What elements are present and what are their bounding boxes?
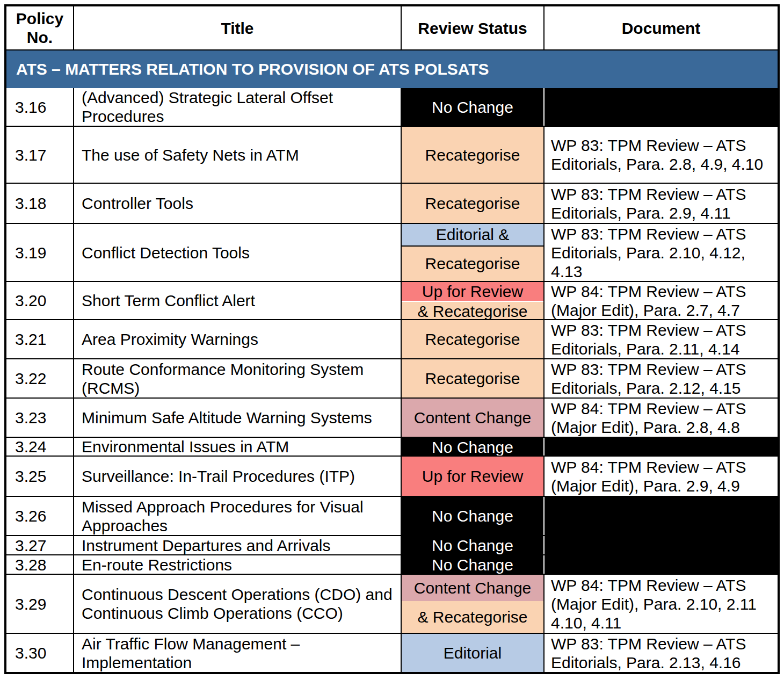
- status-label: Editorial: [402, 634, 543, 672]
- title-cell: Route Conformance Monitoring System (RCM…: [73, 359, 401, 397]
- status-label: Up for Review: [402, 282, 543, 302]
- policy-no-cell: 3.16: [6, 88, 73, 126]
- title-cell: Missed Approach Procedures for Visual Ap…: [73, 497, 401, 535]
- document-cell: [543, 555, 778, 574]
- document-cell: [543, 536, 778, 554]
- status-label: Recategorise: [402, 320, 543, 358]
- document-cell: WP 83: TPM Review – ATS Editorials, Para…: [543, 184, 778, 223]
- policy-no-cell: 3.22: [6, 359, 73, 397]
- title-cell: Minimum Safe Altitude Warning Systems: [73, 399, 401, 437]
- review-status-cell: Recategorise: [401, 359, 543, 397]
- title-cell: Continuous Descent Operations (CDO) and …: [73, 575, 401, 633]
- header-title: Title: [73, 6, 401, 49]
- review-status-cell: Editorial &Recategorise: [401, 224, 543, 281]
- status-label: & Recategorise: [402, 302, 543, 319]
- review-status-cell: No Change: [401, 497, 543, 535]
- review-status-cell: Content Change: [401, 399, 543, 437]
- document-cell: WP 84: TPM Review – ATS (Major Edit), Pa…: [543, 399, 778, 437]
- review-status-cell: Recategorise: [401, 320, 543, 358]
- status-label: Recategorise: [402, 127, 543, 183]
- review-status-cell: Recategorise: [401, 184, 543, 223]
- policy-no-cell: 3.29: [6, 575, 73, 633]
- document-cell: WP 83: TPM Review – ATS Editorials, Para…: [543, 127, 778, 183]
- policy-no-cell: 3.28: [6, 555, 73, 574]
- table-row: 3.24Environmental Issues in ATMNo Change: [6, 437, 778, 456]
- policy-no-cell: 3.21: [6, 320, 73, 358]
- policy-no-cell: 3.24: [6, 438, 73, 456]
- policy-no-cell: 3.19: [6, 224, 73, 281]
- status-label: No Change: [402, 555, 543, 574]
- title-cell: The use of Safety Nets in ATM: [73, 127, 401, 183]
- table-row: 3.25Surveillance: In-Trail Procedures (I…: [6, 456, 778, 496]
- status-label: Content Change: [402, 575, 543, 601]
- title-cell: Surveillance: In-Trail Procedures (ITP): [73, 457, 401, 496]
- review-status-cell: Up for Review: [401, 457, 543, 496]
- status-label: Recategorise: [402, 247, 543, 281]
- document-cell: WP 84: TPM Review – ATS (Major Edit), Pa…: [543, 575, 778, 633]
- status-label: No Change: [402, 438, 543, 456]
- status-label: Recategorise: [402, 359, 543, 397]
- review-status-cell: No Change: [401, 438, 543, 456]
- title-cell: Environmental Issues in ATM: [73, 438, 401, 456]
- review-status-cell: Content Change& Recategorise: [401, 575, 543, 633]
- document-cell: WP 84: TPM Review – ATS (Major Edit), Pa…: [543, 282, 778, 319]
- document-cell: WP 84: TPM Review – ATS (Major Edit), Pa…: [543, 457, 778, 496]
- status-label: Content Change: [402, 399, 543, 437]
- policy-no-cell: 3.25: [6, 457, 73, 496]
- document-cell: [543, 88, 778, 126]
- policy-no-cell: 3.30: [6, 634, 73, 672]
- status-label: Recategorise: [402, 184, 543, 223]
- status-label: & Recategorise: [402, 601, 543, 633]
- review-status-cell: No Change: [401, 536, 543, 554]
- status-label: No Change: [402, 497, 543, 535]
- policy-no-cell: 3.20: [6, 282, 73, 319]
- section-header-ats: ATS – MATTERS RELATION TO PROVISION OF A…: [6, 49, 778, 88]
- table-row: 3.29Continuous Descent Operations (CDO) …: [6, 574, 778, 633]
- table-row: 3.16(Advanced) Strategic Lateral Offset …: [6, 88, 778, 126]
- table-row: 3.20Short Term Conflict AlertUp for Revi…: [6, 281, 778, 319]
- table-row: 3.22Route Conformance Monitoring System …: [6, 358, 778, 397]
- document-cell: [543, 438, 778, 456]
- title-cell: Conflict Detection Tools: [73, 224, 401, 281]
- document-cell: WP 83: TPM Review – ATS Editorials, Para…: [543, 224, 778, 281]
- document-cell: WP 83: TPM Review – ATS Editorials, Para…: [543, 634, 778, 672]
- review-status-cell: Up for Review& Recategorise: [401, 282, 543, 319]
- table-row: 3.17The use of Safety Nets in ATMRecateg…: [6, 126, 778, 183]
- status-label: No Change: [402, 536, 543, 554]
- policy-no-cell: 3.23: [6, 399, 73, 437]
- status-label: No Change: [402, 88, 543, 126]
- header-document: Document: [543, 6, 778, 49]
- table-row: 3.21Area Proximity WarningsRecategoriseW…: [6, 319, 778, 358]
- table-row: 3.28En-route RestrictionsNo Change: [6, 554, 778, 574]
- review-status-cell: No Change: [401, 555, 543, 574]
- header-policy-no: Policy No.: [6, 6, 73, 49]
- header-review-status: Review Status: [401, 6, 543, 49]
- title-cell: Instrument Departures and Arrivals: [73, 536, 401, 554]
- title-cell: Controller Tools: [73, 184, 401, 223]
- table-row: 3.30Air Traffic Flow Management – Implem…: [6, 633, 778, 672]
- table-row: 3.19Conflict Detection ToolsEditorial &R…: [6, 223, 778, 281]
- status-label: Up for Review: [402, 457, 543, 496]
- document-cell: WP 83: TPM Review – ATS Editorials, Para…: [543, 320, 778, 358]
- policy-review-table: Policy No. Title Review Status Document …: [4, 4, 780, 674]
- title-cell: En-route Restrictions: [73, 555, 401, 574]
- title-cell: Short Term Conflict Alert: [73, 282, 401, 319]
- policy-no-cell: 3.17: [6, 127, 73, 183]
- status-label: Editorial &: [402, 224, 543, 247]
- policy-no-cell: 3.26: [6, 497, 73, 535]
- title-cell: (Advanced) Strategic Lateral Offset Proc…: [73, 88, 401, 126]
- document-cell: [543, 497, 778, 535]
- policy-no-cell: 3.27: [6, 536, 73, 554]
- table-row: 3.18Controller ToolsRecategoriseWP 83: T…: [6, 183, 778, 223]
- title-cell: Air Traffic Flow Management – Implementa…: [73, 634, 401, 672]
- table-row: 3.26Missed Approach Procedures for Visua…: [6, 496, 778, 535]
- policy-no-cell: 3.18: [6, 184, 73, 223]
- table-row: 3.23Minimum Safe Altitude Warning System…: [6, 397, 778, 437]
- table-body: 3.16(Advanced) Strategic Lateral Offset …: [6, 88, 778, 672]
- review-status-cell: Recategorise: [401, 127, 543, 183]
- review-status-cell: Editorial: [401, 634, 543, 672]
- document-cell: WP 83: TPM Review – ATS Editorials, Para…: [543, 359, 778, 397]
- review-status-cell: No Change: [401, 88, 543, 126]
- title-cell: Area Proximity Warnings: [73, 320, 401, 358]
- table-header-row: Policy No. Title Review Status Document: [6, 6, 778, 49]
